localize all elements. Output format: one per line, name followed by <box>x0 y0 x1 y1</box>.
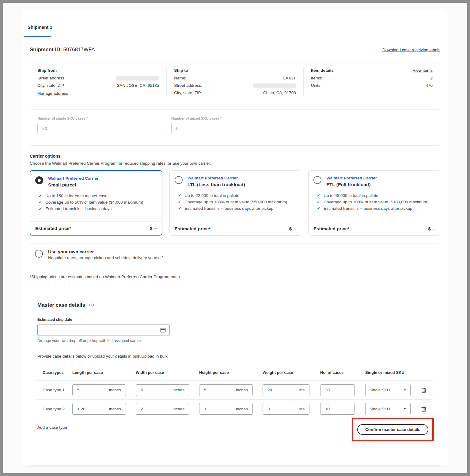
carrier-options-subtitle: Choose the Walmart Preferred Carrier Pro… <box>30 161 440 166</box>
ship-to-name-label: Name: <box>174 75 186 82</box>
carrier-bullet: Coverage up to 100% of item value ($100,… <box>324 199 428 205</box>
check-icon: ✓ <box>317 205 320 212</box>
weight-input[interactable]: 20 lbs <box>263 384 309 396</box>
ship-date-input[interactable] <box>37 324 170 336</box>
ship-from-street-redacted <box>116 76 159 81</box>
estimated-price-label: Estimated price* <box>175 226 211 231</box>
delete-row-button[interactable] <box>421 386 428 394</box>
cases-input[interactable]: 10 <box>320 403 355 415</box>
delete-row-button[interactable] <box>421 405 428 413</box>
confirm-master-case-button[interactable]: Confirm master case details <box>357 424 428 435</box>
carrier-name: LTL (Less than truckload) <box>188 182 245 187</box>
estimated-price-value: $ -- <box>150 226 157 231</box>
download-labels-link[interactable]: Download case receiving labels <box>382 48 440 52</box>
carrier-name: FTL (Full truckload) <box>326 182 377 187</box>
case-table-header: Case types Length per case Width per cas… <box>37 370 433 380</box>
carrier-bullet: Coverage up to 100% of item value ($50,0… <box>185 199 287 205</box>
check-icon: ✓ <box>39 199 42 205</box>
ship-from-column: Ship from Street address City, state, ZI… <box>30 68 166 96</box>
radio-ftl[interactable] <box>313 176 321 184</box>
unit-label: inches <box>172 388 184 392</box>
unit-label: inches <box>236 388 248 392</box>
length-value: 1.20 <box>77 407 85 411</box>
width-input[interactable]: 2 inches <box>136 403 189 415</box>
mixed-sku-cases-input <box>171 123 300 134</box>
pricing-footnote: *Shipping prices are estimates based on … <box>30 274 440 279</box>
width-input[interactable]: 5 inches <box>136 384 189 396</box>
carrier-card-small-parcel[interactable]: Walmart Preferred Carrier Small parcel ✓… <box>30 170 162 236</box>
check-icon: ✓ <box>178 205 181 212</box>
check-icon: ✓ <box>317 192 320 199</box>
cases-value: 20 <box>325 388 330 392</box>
sku-type-value: Single SKU <box>370 407 390 411</box>
sku-type-select[interactable]: Single SKU ▼ <box>365 384 411 396</box>
case-row-name: Case type 1 <box>37 388 72 392</box>
radio-small-parcel[interactable] <box>35 176 43 184</box>
check-icon: ✓ <box>317 199 320 205</box>
width-value: 2 <box>141 407 143 411</box>
ship-date-helper: Arrange your own drop-off or pickup with… <box>37 339 433 343</box>
col-weight: Weight per case <box>263 370 320 375</box>
col-sku: Single or mixed SKU <box>365 370 421 375</box>
carrier-bullet: Up to 45,000 lb total in pallets <box>324 192 378 199</box>
col-width: Width per case <box>136 370 199 375</box>
height-input[interactable]: 1 inches <box>199 403 253 415</box>
carrier-bullet: Estimated transit is -- business days af… <box>185 205 274 212</box>
length-input[interactable]: 5 inches <box>72 384 126 396</box>
unit-label: inches <box>109 388 121 392</box>
add-case-type-link[interactable]: Add a case type <box>37 425 67 430</box>
carrier-brand: Walmart Preferred Carrier <box>48 176 99 181</box>
mixed-sku-cases-label: Number of mixed SKU cases * <box>171 117 300 120</box>
view-items-link[interactable]: View items <box>413 68 433 73</box>
ship-to-street-redacted <box>253 83 296 88</box>
units-label: Units: <box>311 82 322 89</box>
check-icon: ✓ <box>178 199 181 205</box>
radio-own-carrier[interactable] <box>35 250 43 258</box>
shipment-id-label: Shipment ID: <box>30 47 62 52</box>
single-sku-cases-input <box>37 123 166 134</box>
estimated-price-label: Estimated price* <box>313 226 350 231</box>
carrier-bullet: Estimated transit is -- business days <box>45 205 112 212</box>
ship-from-city-label: City, state, ZIP <box>37 82 64 89</box>
manage-address-link[interactable]: Manage address <box>37 91 68 96</box>
unit-label: inches <box>172 407 184 411</box>
check-icon: ✓ <box>178 192 181 199</box>
ship-to-city-label: City, state, ZIP: <box>174 89 202 97</box>
upload-in-bulk-link[interactable]: Upload in bulk <box>141 354 168 359</box>
case-row-2: Case type 2 1.20 inches 2 inches 1 inche… <box>37 399 433 418</box>
calendar-icon[interactable] <box>160 327 166 333</box>
item-details-column: Item details View items Items: 2 Units: … <box>303 68 440 96</box>
cases-value: 10 <box>325 407 330 411</box>
items-value: 2 <box>430 75 433 82</box>
weight-input[interactable]: 3 lbs <box>263 403 309 415</box>
col-cases: No. of cases <box>320 370 365 375</box>
unit-label: lbs <box>299 407 305 411</box>
ship-to-street-label: Street address: <box>174 82 202 89</box>
sku-type-select[interactable]: Single SKU ▼ <box>365 403 411 415</box>
length-input[interactable]: 1.20 inches <box>72 403 126 415</box>
shipment-id-value: 5076817WFA <box>63 47 95 52</box>
tab-shipment-1[interactable]: Shipment 1 <box>28 25 52 30</box>
info-icon[interactable]: i <box>89 303 94 307</box>
estimated-price-value: $ -- <box>289 226 296 231</box>
height-value: 1 <box>204 407 207 411</box>
case-table: Case types Length per case Width per cas… <box>37 370 433 418</box>
unit-label: lbs <box>299 388 305 392</box>
own-carrier-option[interactable]: Use your own carrier Negotiate rates, ar… <box>30 244 440 266</box>
height-input[interactable]: 5 inches <box>199 384 253 396</box>
sku-type-value: Single SKU <box>370 388 390 392</box>
radio-ltl[interactable] <box>175 176 183 184</box>
carrier-bullet: Estimated transit is -- business days af… <box>324 205 412 212</box>
check-icon: ✓ <box>39 193 42 199</box>
carrier-card-ftl[interactable]: Walmart Preferred Carrier FTL (Full truc… <box>308 170 440 236</box>
ship-to-column: Ship to Name: LAX2T Street address: City… <box>166 68 303 96</box>
height-value: 5 <box>204 388 207 392</box>
col-height: Height per case <box>199 370 263 375</box>
carrier-card-ltl[interactable]: Walmart Preferred Carrier LTL (Less than… <box>169 170 301 236</box>
single-sku-cases-label: Number of single SKU cases * <box>37 117 166 120</box>
ship-from-street-label: Street address <box>37 75 64 82</box>
shipment-card: Shipment 1 Shipment ID: 5076817WFA Downl… <box>22 10 448 466</box>
own-carrier-title: Use your own carrier <box>48 249 164 254</box>
cases-input[interactable]: 20 <box>320 384 355 396</box>
case-row-name: Case type 2 <box>37 407 72 411</box>
